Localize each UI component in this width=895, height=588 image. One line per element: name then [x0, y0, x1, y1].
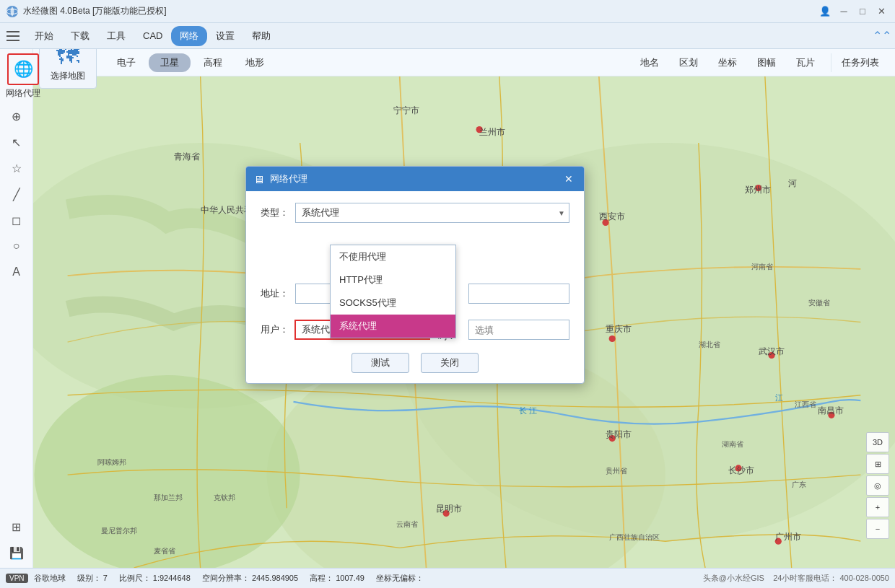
- tab-terrain[interactable]: 地形: [235, 53, 274, 72]
- svg-text:那加兰邦: 那加兰邦: [154, 493, 183, 501]
- status-resolution: 空间分辨率： 2445.984905: [202, 573, 298, 584]
- menu-toggle-btn[interactable]: [3, 26, 23, 46]
- user-label: 用户：: [261, 323, 289, 336]
- svg-text:湖南省: 湖南省: [722, 441, 743, 449]
- tab-place[interactable]: 地名: [632, 53, 668, 72]
- minimize-btn[interactable]: ─: [836, 4, 852, 19]
- menu-item-help[interactable]: 帮助: [243, 26, 279, 46]
- dropdown-item-socks5[interactable]: SOCKS5代理: [331, 291, 455, 315]
- dialog-title-bar: 🖥 网络代理 ✕: [246, 167, 584, 191]
- svg-text:江西省: 江西省: [795, 400, 816, 408]
- svg-text:广州市: 广州市: [775, 532, 801, 542]
- svg-text:云南省: 云南省: [396, 520, 418, 528]
- port-input[interactable]: [468, 284, 569, 304]
- svg-text:河: 河: [788, 178, 797, 188]
- status-source: 谷歌地球: [34, 573, 66, 584]
- svg-text:湖北省: 湖北省: [699, 341, 720, 348]
- close-btn[interactable]: 关闭: [421, 353, 479, 373]
- status-elevation: 高程： 1007.49: [310, 573, 364, 584]
- globe-icon: 🌐: [14, 60, 33, 79]
- svg-text:阿嗦姆邦: 阿嗦姆邦: [97, 458, 126, 466]
- svg-text:宁宁市: 宁宁市: [393, 105, 419, 115]
- title-bar: 水经微图 4.0Beta [万能版功能已授权] 👤 ─ □ ✕: [0, 0, 895, 23]
- svg-text:河南省: 河南省: [751, 263, 773, 271]
- map-top-bar: 🗺 选择地图 电子 卫星 高程 地形 地名 区划 坐标 图幅 瓦片 任务列表: [33, 49, 895, 76]
- app-icon: [6, 5, 19, 18]
- svg-text:广西壮族自治区: 广西壮族自治区: [609, 533, 660, 541]
- tool-text[interactable]: A: [3, 260, 30, 284]
- svg-text:长 江: 长 江: [519, 406, 537, 415]
- svg-text:贵阳市: 贵阳市: [606, 429, 632, 439]
- tab-satellite[interactable]: 卫星: [149, 53, 191, 72]
- proxy-label: 网络代理: [6, 87, 40, 100]
- menu-item-tools[interactable]: 工具: [98, 26, 134, 46]
- svg-text:郑州市: 郑州市: [745, 185, 771, 195]
- password-input[interactable]: [468, 320, 569, 340]
- tool-database[interactable]: 💾: [3, 540, 30, 565]
- menu-item-network[interactable]: 网络: [171, 26, 207, 46]
- dropdown-item-system[interactable]: 系统代理: [331, 315, 455, 338]
- btn-zoom-in[interactable]: +: [866, 497, 889, 517]
- btn-layers[interactable]: ⊞: [866, 454, 889, 474]
- dropdown-item-http[interactable]: HTTP代理: [331, 268, 455, 291]
- tab-electronic[interactable]: 电子: [107, 53, 146, 72]
- map-tab-group: 电子 卫星 高程 地形: [107, 53, 274, 72]
- svg-text:广东: 广东: [792, 481, 806, 488]
- menu-item-cad[interactable]: CAD: [134, 26, 171, 46]
- tab-tiles[interactable]: 瓦片: [787, 53, 824, 72]
- test-btn[interactable]: 测试: [352, 353, 409, 373]
- addr-label: 地址：: [261, 287, 289, 300]
- tool-select[interactable]: ↖: [3, 130, 30, 154]
- maximize-btn[interactable]: □: [855, 4, 870, 19]
- type-label: 类型：: [261, 206, 289, 219]
- menu-item-start[interactable]: 开始: [26, 26, 62, 46]
- svg-text:安徽省: 安徽省: [808, 299, 830, 307]
- tool-star[interactable]: ☆: [3, 156, 30, 180]
- tab-district[interactable]: 区划: [671, 53, 707, 72]
- task-list-btn[interactable]: 任务列表: [831, 53, 889, 72]
- btn-zoom-out[interactable]: −: [866, 519, 889, 539]
- close-btn[interactable]: ✕: [873, 4, 889, 19]
- form-row-type: 类型： 系统代理 ▼ 不使用代理 HTTP代理 SOCKS5代理 系统代理: [261, 203, 569, 223]
- network-proxy-area[interactable]: 🌐 网络代理: [3, 49, 43, 104]
- tool-measure-area[interactable]: ◻: [3, 208, 30, 232]
- svg-text:青海省: 青海省: [174, 152, 200, 162]
- svg-text:克钦邦: 克钦邦: [214, 493, 235, 501]
- tab-tile[interactable]: 图幅: [748, 53, 785, 72]
- left-toolbar: ⊕ ↖ ☆ ╱ ◻ ○ A ⊞ 💾: [0, 49, 33, 568]
- dialog-title: 网络代理: [270, 172, 561, 185]
- dialog-body: 类型： 系统代理 ▼ 不使用代理 HTTP代理 SOCKS5代理 系统代理: [246, 191, 584, 383]
- tool-layers[interactable]: ⊞: [3, 514, 30, 539]
- svg-point-11: [609, 335, 616, 342]
- btn-compass[interactable]: ◎: [866, 475, 889, 496]
- dropdown-item-none[interactable]: 不使用代理: [331, 245, 455, 268]
- menu-item-settings[interactable]: 设置: [207, 26, 243, 46]
- map-right-controls: 3D ⊞ ◎ + −: [866, 432, 889, 539]
- svg-text:南昌市: 南昌市: [818, 405, 844, 416]
- status-bar: VPN 谷歌地球 级别： 7 比例尺： 1:9244648 空间分辨率： 244…: [0, 568, 895, 588]
- menu-collapse-btn[interactable]: ⌃⌃: [872, 26, 892, 46]
- proxy-dialog: 🖥 网络代理 ✕ 类型： 系统代理 ▼ 不使用代理 HTTP代理 SOCKS5: [245, 166, 585, 384]
- vpn-badge[interactable]: VPN: [6, 574, 28, 583]
- tool-pan[interactable]: ⊕: [3, 104, 30, 128]
- type-dropdown: 不使用代理 HTTP代理 SOCKS5代理 系统代理: [330, 245, 456, 338]
- tool-circle[interactable]: ○: [3, 234, 30, 258]
- btn-3d[interactable]: 3D: [866, 432, 889, 452]
- select-map-btn[interactable]: 🗺 选择地图: [39, 49, 97, 89]
- tab-elevation[interactable]: 高程: [193, 53, 232, 72]
- menu-bar: 开始 下载 工具 CAD 网络 设置 帮助 ⌃⌃: [0, 23, 895, 49]
- svg-text:重庆市: 重庆市: [606, 324, 632, 334]
- tool-measure-line[interactable]: ╱: [3, 182, 30, 206]
- user-btn[interactable]: 👤: [817, 4, 833, 19]
- menu-item-download[interactable]: 下载: [62, 26, 98, 46]
- dialog-icon: 🖥: [253, 173, 264, 185]
- type-select[interactable]: 系统代理: [295, 203, 569, 223]
- status-coords: 坐标无偏标：: [376, 573, 424, 584]
- dialog-close-x-btn[interactable]: ✕: [561, 171, 577, 187]
- svg-text:江: 江: [775, 393, 783, 402]
- svg-text:兰州市: 兰州市: [479, 127, 505, 137]
- select-map-label: 选择地图: [51, 70, 85, 82]
- svg-text:西安市: 西安市: [599, 211, 625, 221]
- tab-coordinate[interactable]: 坐标: [710, 53, 746, 72]
- svg-text:武汉市: 武汉市: [759, 346, 785, 356]
